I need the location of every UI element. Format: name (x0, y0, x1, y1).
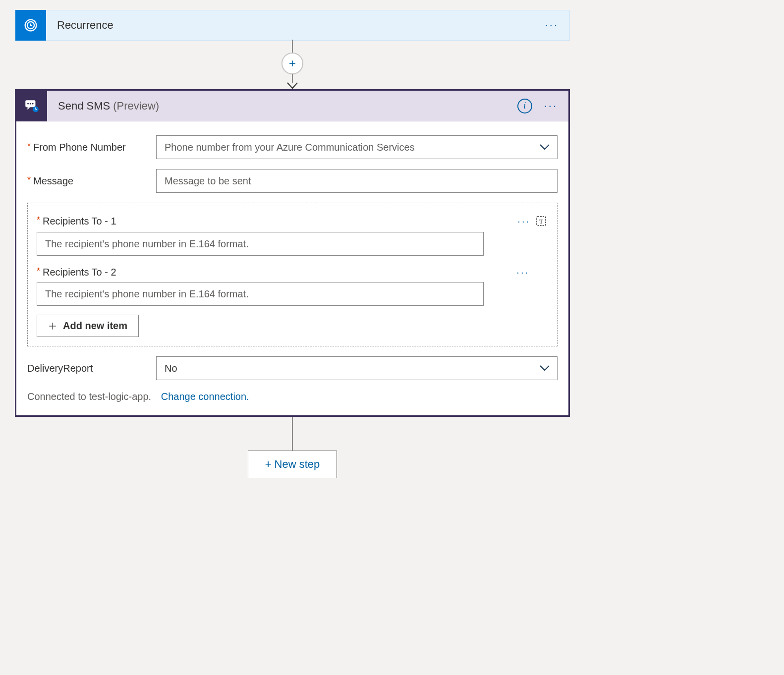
svg-point-5 (27, 103, 29, 104)
recipient-label: Recipients To - 2 (43, 267, 116, 278)
action-header[interactable]: Send SMS (Preview) i ··· (16, 91, 568, 121)
recipient-item-menu[interactable]: ··· (513, 216, 534, 227)
send-sms-action-card: Send SMS (Preview) i ··· *From Phone Num… (15, 89, 570, 417)
required-asterisk: * (27, 142, 31, 151)
add-new-item-button[interactable]: Add new item (37, 315, 139, 337)
message-input[interactable]: Message to be sent (156, 169, 558, 193)
message-label: Message (33, 175, 73, 187)
recurrence-icon (15, 10, 46, 41)
required-asterisk: * (37, 267, 40, 276)
plus-icon (48, 322, 57, 331)
insert-step-button[interactable] (281, 53, 303, 74)
recipient-row: *Recipients To - 1 ··· T The recipient's… (37, 214, 548, 256)
required-asterisk: * (27, 175, 31, 184)
sms-icon (16, 91, 47, 121)
from-phone-row: *From Phone Number Phone number from you… (27, 135, 558, 159)
delivery-report-row: DeliveryReport No (27, 356, 558, 380)
plus-icon: + (265, 458, 272, 471)
message-row: *Message Message to be sent (27, 169, 558, 193)
from-phone-select[interactable]: Phone number from your Azure Communicati… (156, 135, 558, 159)
recurrence-menu-button[interactable]: ··· (542, 17, 561, 34)
recipient-row: *Recipients To - 2 ··· The recipient's p… (37, 267, 548, 306)
switch-to-text-mode-icon[interactable]: T (534, 214, 548, 228)
recipient-input[interactable]: The recipient's phone number in E.164 fo… (37, 282, 484, 306)
delivery-report-select[interactable]: No (156, 356, 558, 380)
action-title: Send SMS (Preview) (58, 100, 517, 112)
new-step-button[interactable]: + New step (248, 450, 337, 478)
recipient-item-menu[interactable]: ··· (512, 267, 533, 278)
from-phone-label: From Phone Number (33, 142, 126, 153)
arrow-down-icon (287, 82, 298, 89)
svg-point-6 (30, 103, 31, 104)
change-connection-link[interactable]: Change connection. (161, 391, 249, 402)
delivery-report-label: DeliveryReport (27, 363, 93, 374)
preview-badge: (Preview) (113, 100, 159, 112)
recipient-input[interactable]: The recipient's phone number in E.164 fo… (37, 232, 484, 256)
recurrence-trigger-card[interactable]: Recurrence ··· (15, 10, 570, 41)
new-step-connector: + New step (15, 417, 570, 478)
recurrence-title: Recurrence (57, 19, 542, 32)
info-icon[interactable]: i (517, 99, 532, 113)
connection-info: Connected to test-logic-app. Change conn… (27, 391, 558, 402)
chevron-down-icon (539, 365, 550, 372)
recipient-label: Recipients To - 1 (43, 216, 116, 227)
required-asterisk: * (37, 216, 40, 225)
action-menu-button[interactable]: ··· (541, 98, 560, 114)
connector (15, 40, 570, 89)
chevron-down-icon (539, 144, 550, 151)
recipients-panel: *Recipients To - 1 ··· T The recipient's… (27, 203, 558, 346)
svg-point-7 (32, 103, 34, 104)
svg-text:T: T (539, 218, 543, 225)
